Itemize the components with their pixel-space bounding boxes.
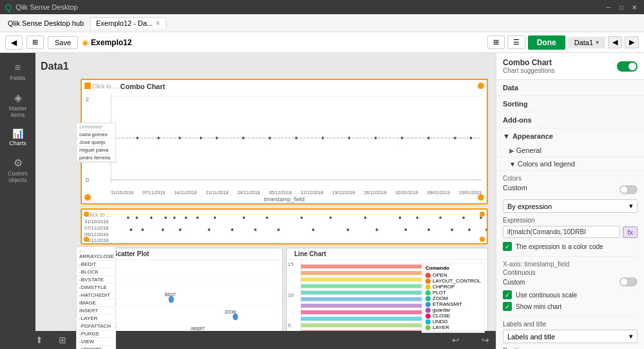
x-label: 07/11/2018 — [142, 190, 165, 195]
expression-label: Expression — [503, 217, 638, 224]
svg-point-31 — [300, 216, 303, 219]
svg-rect-102 — [301, 304, 430, 308]
data1-tab[interactable]: Data1 ▾ — [568, 37, 605, 48]
appearance-header[interactable]: ▼ Appearance — [496, 128, 644, 144]
continuous-value: Custom — [503, 279, 525, 286]
colors-toggle[interactable] — [620, 185, 638, 194]
sidebar-item-charts[interactable]: 📊 Charts — [0, 125, 35, 150]
list-item[interactable]: -VIEW — [77, 338, 115, 346]
legend-item: ETRANSMIT — [425, 301, 481, 307]
grid-button[interactable]: ⊞ — [26, 35, 44, 49]
list-item[interactable]: -HATCHEDIT — [77, 292, 115, 299]
strip-svg — [82, 210, 487, 243]
right-panel: Combo Chart Chart suggestions Data Sorti… — [496, 53, 644, 349]
chart-anchor-tl — [84, 83, 91, 89]
combo-chart[interactable]: Click to ... Combo Chart 2 1 0 — [81, 79, 488, 204]
use-continuous-checkbox-row: Use continuous scale — [503, 290, 638, 299]
list-item[interactable]: -ARRAYCLOSE — [77, 247, 115, 261]
list-item[interactable]: -BLOCK — [77, 268, 115, 276]
save-button[interactable]: Save — [48, 36, 78, 49]
custom-objects-label: Custom objects — [3, 170, 33, 183]
continuous-toggle[interactable] — [620, 277, 638, 286]
sidebar-item-fields[interactable]: ≡ Fields — [0, 58, 35, 85]
app-name-label: Exemplo12 — [91, 38, 132, 47]
tab-close-button[interactable]: ✕ — [155, 20, 161, 26]
dropdown-arrow-2: ▾ — [629, 332, 633, 341]
general-subsection[interactable]: ▶ General — [496, 144, 644, 157]
master-items-label: Master items — [3, 105, 33, 118]
strip-chart[interactable]: Click to ... 31/10/2018 07/11/2018 05/11… — [81, 208, 488, 244]
list-item[interactable]: -BEDIT — [77, 261, 115, 268]
panel-section-addons[interactable]: Add-ons — [496, 112, 644, 128]
bottom-share-icon[interactable]: ⬆ — [35, 335, 43, 345]
by-expression-dropdown[interactable]: By expression ▾ — [503, 199, 638, 213]
custom-objects-icon: ⚙ — [14, 157, 23, 169]
svg-point-13 — [348, 137, 350, 139]
data1-label: Data1 — [574, 39, 593, 46]
show-mini-chart-checkbox[interactable] — [503, 302, 512, 311]
list-item[interactable]: miguel paiva — [77, 146, 115, 154]
svg-point-80 — [233, 314, 238, 321]
bottom-grid-icon[interactable]: ⊞ — [59, 335, 66, 345]
chart-anchor-tr — [478, 83, 484, 89]
panel-section-data[interactable]: Data — [496, 80, 644, 96]
svg-point-6 — [179, 137, 181, 139]
strip-anchor-tr — [480, 212, 485, 217]
left-sidebar: ≡ Fields ◈ Master items 📊 Charts ⚙ Custo… — [0, 53, 35, 349]
list-item[interactable]: pedro ferreria — [77, 154, 115, 162]
hub-link[interactable]: Qlik Sense Desktop hub — [4, 18, 88, 28]
sidebar-item-master-items[interactable]: ◈ Master items — [0, 88, 35, 122]
svg-point-7 — [200, 137, 202, 139]
svg-point-41 — [162, 228, 164, 231]
list-view-button[interactable]: ☰ — [507, 35, 525, 49]
minimize-button[interactable]: ─ — [604, 3, 613, 12]
svg-rect-99 — [301, 284, 430, 288]
legend-item: CLOSE — [425, 313, 481, 319]
y-label-2: 2 — [86, 96, 110, 103]
list-item[interactable]: IMAGE — [77, 299, 115, 307]
list-item[interactable]: -LAYER — [77, 315, 115, 323]
list-item[interactable]: -VPORTS — [77, 346, 115, 349]
expression-input[interactable]: if(match(Comando,'10DRBI — [503, 226, 620, 238]
svg-point-22 — [135, 216, 138, 219]
restore-button[interactable]: □ — [617, 3, 626, 12]
done-button[interactable]: Done — [528, 35, 565, 50]
bottom-redo-icon[interactable]: ↪ — [482, 335, 489, 345]
continuous-label: Continuous — [503, 269, 536, 276]
nav-right-button[interactable]: ▶ — [625, 36, 639, 48]
panel-header: Combo Chart Chart suggestions — [496, 53, 644, 80]
nav-back-button[interactable]: ◀ — [5, 35, 23, 50]
list-item[interactable]: Jose queijo — [77, 139, 115, 146]
svg-point-21 — [127, 216, 130, 219]
labels-title-dropdown[interactable]: Labels and title ▾ — [503, 330, 638, 343]
list-item[interactable]: INSERT — [77, 307, 115, 315]
grid-view-button[interactable]: ⊞ — [487, 35, 505, 49]
svg-point-45 — [254, 228, 257, 231]
legend-item: PLOT — [425, 290, 481, 295]
bottom-undo-icon[interactable]: ↩ — [452, 335, 460, 345]
colors-legend-subsection[interactable]: ▼ Colors and legend — [496, 157, 644, 171]
combo-x-field: timestamp_field — [82, 196, 487, 204]
svg-point-32 — [329, 216, 332, 219]
list-item[interactable]: -BVSTATE — [77, 276, 115, 284]
x-label: 31/10/2018 — [111, 190, 133, 195]
nav-left-button[interactable]: ◀ — [608, 36, 622, 48]
svg-point-47 — [312, 228, 315, 231]
list-item[interactable]: -PURGE — [77, 330, 115, 338]
suggestions-toggle[interactable] — [617, 61, 638, 72]
list-item[interactable]: -DIMSTYLE — [77, 284, 115, 292]
main-container: ≡ Fields ◈ Master items 📊 Charts ⚙ Custo… — [0, 53, 644, 349]
use-continuous-checkbox[interactable] — [503, 290, 512, 299]
panel-section-sorting[interactable]: Sorting — [496, 96, 644, 112]
list-item[interactable]: carla gomes — [77, 131, 115, 139]
app-tab[interactable]: Exemplo12 - Da... ✕ — [90, 17, 166, 28]
combo-click-to[interactable]: Click to ... — [92, 83, 118, 90]
expression-fx-button[interactable]: fx — [623, 226, 638, 238]
color-code-checkbox[interactable] — [503, 242, 512, 251]
app-title: Qlik Sense Desktop — [15, 3, 78, 11]
svg-point-8 — [216, 137, 218, 139]
sidebar-item-custom-objects[interactable]: ⚙ Custom objects — [0, 153, 35, 187]
list-item[interactable]: -PDFATTACH — [77, 323, 115, 330]
close-button[interactable]: ✕ — [630, 3, 639, 12]
master-items-icon: ◈ — [14, 92, 22, 104]
